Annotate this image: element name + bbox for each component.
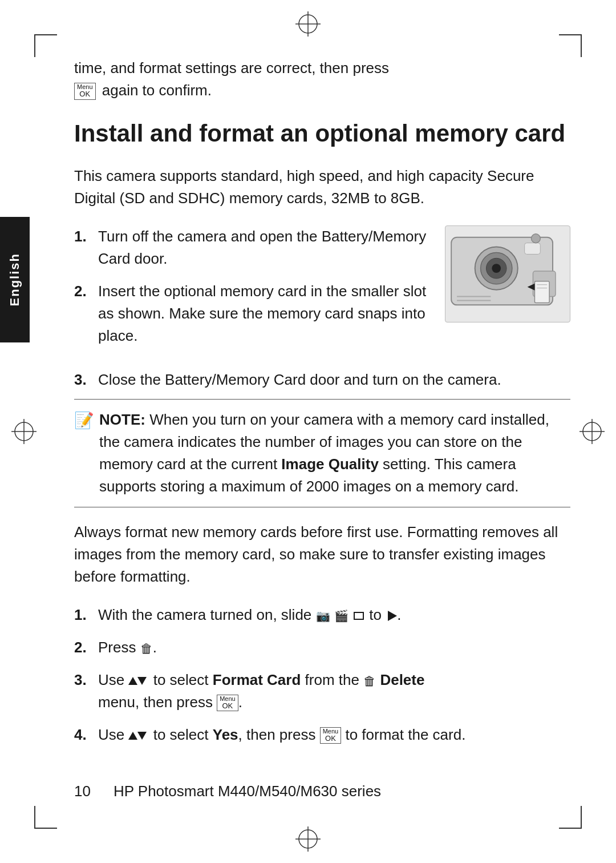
intro-text-2: again to confirm. bbox=[102, 82, 212, 99]
sidebar-language-tab: English bbox=[0, 217, 30, 342]
body-paragraph: This camera supports standard, high spee… bbox=[74, 165, 570, 209]
menu-ok-inline-badge: Menu OK bbox=[74, 83, 96, 99]
step-2: 2. Insert the optional memory card in th… bbox=[74, 280, 433, 347]
delete-label: Delete bbox=[380, 671, 424, 688]
footer-title: HP Photosmart M440/M540/M630 series bbox=[114, 783, 381, 800]
trash-icon-2: 🗑 bbox=[363, 674, 376, 688]
step-3-text: Close the Battery/Memory Card door and t… bbox=[98, 369, 570, 391]
crosshair-bottom bbox=[295, 826, 321, 852]
note-icon: 📝 bbox=[74, 409, 95, 433]
format-step-4: 4. Use to select Yes, then press Menu OK… bbox=[74, 724, 570, 746]
always-format-paragraph: Always format new memory cards before fi… bbox=[74, 521, 570, 588]
step-1-text: Turn off the camera and open the Battery… bbox=[98, 225, 433, 270]
steps-left: 1. Turn off the camera and open the Batt… bbox=[74, 225, 433, 357]
format-step-1-text: With the camera turned on, slide 📷 🎬 to … bbox=[98, 604, 570, 626]
camera-small-icon: 📷 bbox=[316, 610, 330, 622]
page: English time, and format settings are co… bbox=[0, 0, 616, 863]
sidebar-label: English bbox=[7, 253, 22, 306]
steps-with-image: 1. Turn off the camera and open the Batt… bbox=[74, 225, 570, 357]
yes-label: Yes bbox=[213, 726, 238, 743]
reg-mark-bl bbox=[34, 806, 57, 829]
note-bold: Image Quality bbox=[281, 455, 379, 473]
format-step-4-text: Use to select Yes, then press Menu OK to… bbox=[98, 724, 570, 746]
scenes-icon: 🎬 bbox=[334, 610, 348, 622]
reg-mark-tl bbox=[34, 34, 57, 57]
reg-mark-br bbox=[559, 806, 582, 829]
format-step-3: 3. Use to select Format Card from the 🗑 … bbox=[74, 669, 570, 713]
crosshair-top bbox=[295, 11, 321, 37]
format-step-2-text: Press 🗑. bbox=[98, 636, 570, 659]
format-step-2: 2. Press 🗑. bbox=[74, 636, 570, 659]
svg-point-16 bbox=[492, 264, 501, 273]
step-3: 3. Close the Battery/Memory Card door an… bbox=[74, 369, 570, 391]
format-step-2-number: 2. bbox=[74, 636, 91, 659]
format-step-1-number: 1. bbox=[74, 604, 91, 626]
video-square-icon bbox=[354, 612, 364, 620]
up-arrow-icon-2 bbox=[128, 732, 137, 740]
crosshair-left bbox=[11, 419, 37, 444]
play-arrow-icon bbox=[388, 611, 397, 621]
menu-ok-badge-4: Menu OK bbox=[320, 727, 342, 744]
svg-point-18 bbox=[532, 233, 541, 243]
note-label: NOTE: bbox=[99, 411, 145, 428]
camera-diagram bbox=[445, 225, 570, 322]
format-card-label: Format Card bbox=[213, 671, 301, 688]
down-arrow-icon-2 bbox=[137, 732, 147, 740]
intro-paragraph: time, and format settings are correct, t… bbox=[74, 57, 570, 102]
format-step-3-text: Use to select Format Card from the 🗑 Del… bbox=[98, 669, 570, 713]
section-heading: Install and format an optional memory ca… bbox=[74, 119, 570, 149]
page-number: 10 bbox=[74, 783, 91, 800]
reg-mark-tr bbox=[559, 34, 582, 57]
main-content: time, and format settings are correct, t… bbox=[74, 57, 570, 806]
note-content: NOTE: When you turn on your camera with … bbox=[99, 409, 570, 498]
format-step-3-number: 3. bbox=[74, 669, 91, 713]
trash-icon: 🗑 bbox=[140, 641, 153, 655]
step-2-number: 2. bbox=[74, 280, 91, 347]
format-step-4-number: 4. bbox=[74, 724, 91, 746]
step-1-number: 1. bbox=[74, 225, 91, 270]
step-1: 1. Turn off the camera and open the Batt… bbox=[74, 225, 433, 270]
note-box: 📝 NOTE: When you turn on your camera wit… bbox=[74, 399, 570, 507]
page-footer: 10 HP Photosmart M440/M540/M630 series bbox=[74, 783, 570, 800]
steps-right bbox=[445, 225, 570, 357]
format-step-1: 1. With the camera turned on, slide 📷 🎬 … bbox=[74, 604, 570, 626]
intro-text-1: time, and format settings are correct, t… bbox=[74, 59, 389, 76]
down-arrow-icon bbox=[137, 677, 147, 685]
crosshair-right bbox=[579, 419, 605, 444]
up-arrow-icon bbox=[128, 677, 137, 685]
svg-rect-17 bbox=[525, 243, 541, 254]
step-3-number: 3. bbox=[74, 369, 91, 391]
menu-ok-badge-3: Menu OK bbox=[217, 695, 238, 711]
step-2-text: Insert the optional memory card in the s… bbox=[98, 280, 433, 347]
